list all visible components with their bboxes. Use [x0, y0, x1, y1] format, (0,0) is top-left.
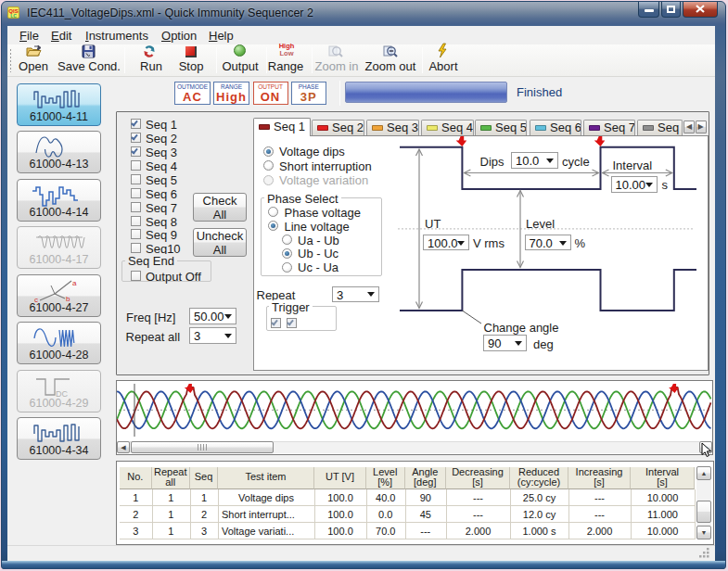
svg-text:a: a	[72, 279, 77, 287]
